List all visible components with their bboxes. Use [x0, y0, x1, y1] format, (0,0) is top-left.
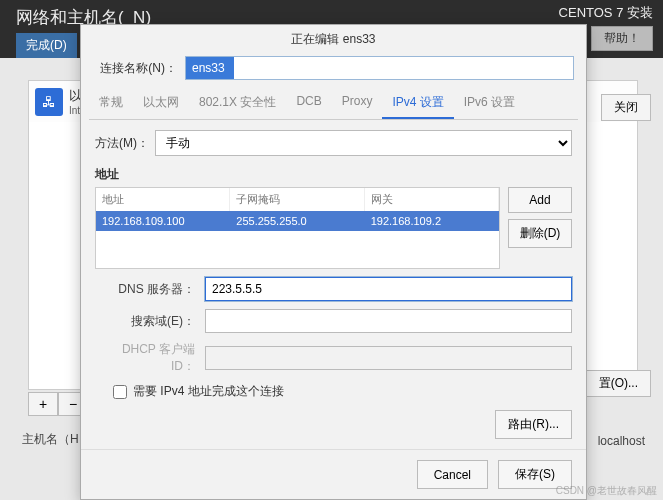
tab-dcb[interactable]: DCB [286, 88, 331, 119]
dhcp-client-id-input [205, 346, 572, 370]
help-button[interactable]: 帮助！ [591, 26, 653, 51]
search-domain-label: 搜索域(E)： [95, 313, 195, 330]
edit-connection-dialog: 正在编辑 ens33 连接名称(N)： 常规 以太网 802.1X 安全性 DC… [80, 24, 587, 500]
cell-netmask: 255.255.255.0 [230, 211, 364, 231]
tab-ipv4[interactable]: IPv4 设置 [382, 88, 453, 119]
dialog-title: 正在编辑 ens33 [81, 25, 586, 52]
tab-ethernet[interactable]: 以太网 [133, 88, 189, 119]
cancel-button[interactable]: Cancel [417, 460, 488, 489]
address-table[interactable]: 地址 子网掩码 网关 192.168.109.100 255.255.255.0… [95, 187, 500, 269]
tab-security[interactable]: 802.1X 安全性 [189, 88, 286, 119]
tab-bar: 常规 以太网 802.1X 安全性 DCB Proxy IPv4 设置 IPv6… [89, 88, 578, 120]
connection-name-input[interactable] [185, 56, 574, 80]
col-address: 地址 [96, 188, 230, 211]
configure-button[interactable]: 置(O)... [586, 370, 651, 397]
tab-proxy[interactable]: Proxy [332, 88, 383, 119]
add-iface-button[interactable]: + [28, 392, 58, 416]
ethernet-icon: 🖧 [35, 88, 63, 116]
add-address-button[interactable]: Add [508, 187, 572, 213]
product-label: CENTOS 7 安装 [559, 4, 653, 22]
table-row[interactable]: 192.168.109.100 255.255.255.0 192.168.10… [96, 211, 499, 231]
require-ipv4-checkbox[interactable] [113, 385, 127, 399]
cell-address: 192.168.109.100 [96, 211, 230, 231]
watermark: CSDN @老世故春风醒 [556, 484, 657, 498]
address-section-label: 地址 [95, 166, 572, 183]
cell-gateway: 192.168.109.2 [365, 211, 499, 231]
require-ipv4-label: 需要 IPv4 地址完成这个连接 [133, 383, 284, 400]
connection-name-label: 连接名称(N)： [93, 60, 177, 77]
dns-input[interactable] [205, 277, 572, 301]
method-label: 方法(M)： [95, 135, 155, 152]
method-select[interactable]: 手动 [155, 130, 572, 156]
close-button[interactable]: 关闭 [601, 94, 651, 121]
tab-ipv6[interactable]: IPv6 设置 [454, 88, 525, 119]
add-remove-bar: + − [28, 392, 88, 416]
done-button[interactable]: 完成(D) [16, 33, 77, 58]
col-gateway: 网关 [365, 188, 499, 211]
col-netmask: 子网掩码 [230, 188, 364, 211]
tab-general[interactable]: 常规 [89, 88, 133, 119]
dns-label: DNS 服务器： [95, 281, 195, 298]
hostname-value: localhost [598, 434, 645, 448]
delete-address-button[interactable]: 删除(D) [508, 219, 572, 248]
dhcp-client-id-label: DHCP 客户端 ID： [95, 341, 195, 375]
search-domain-input[interactable] [205, 309, 572, 333]
routes-button[interactable]: 路由(R)... [495, 410, 572, 439]
